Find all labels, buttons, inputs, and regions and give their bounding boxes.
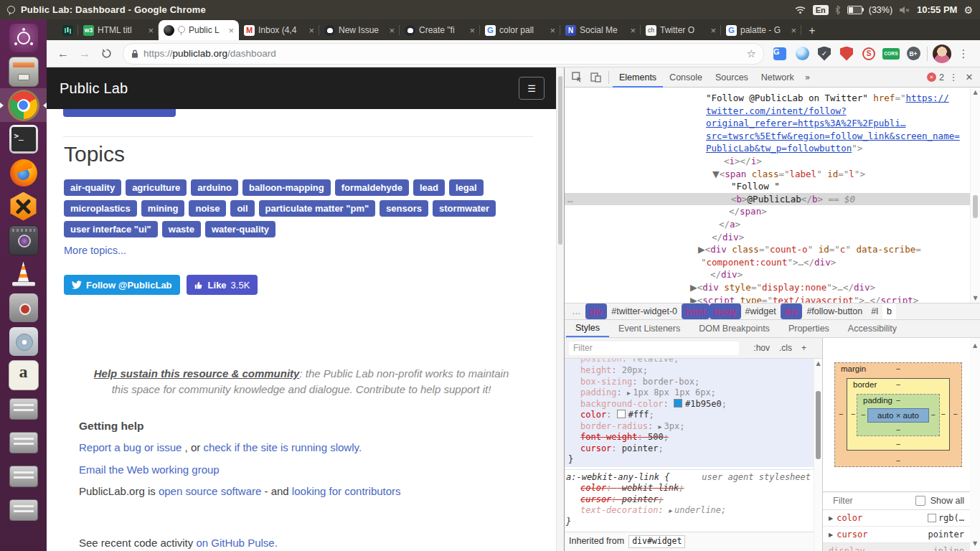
dom-line[interactable]: ▶<div style="display:none">…</div> (565, 281, 970, 294)
expand-arrow-icon[interactable]: ▶ (829, 532, 833, 538)
show-all-checkbox[interactable] (915, 496, 925, 506)
topic-tag[interactable]: arduino (191, 179, 238, 196)
volume-muted-icon[interactable] (899, 6, 910, 14)
site-logo-text[interactable]: Public Lab (60, 80, 128, 97)
dom-line[interactable]: "Follow " (565, 180, 970, 193)
css-line[interactable]: font-weight: 500; (565, 432, 814, 443)
tab-new-issue[interactable]: New Issue× (319, 20, 400, 40)
box-model-content[interactable]: auto × auto (867, 408, 929, 423)
styles-scrollbar[interactable]: ▲ (814, 359, 822, 551)
css-line[interactable]: cursor: pointer; (565, 443, 814, 455)
tab-close-button[interactable]: × (791, 26, 796, 35)
topic-tag[interactable]: lead (413, 179, 445, 196)
css-line[interactable]: box-sizing: border-box; (565, 377, 814, 388)
extension-orb-button[interactable] (793, 45, 811, 62)
css-line[interactable]: color: #fff; (565, 410, 814, 421)
tab-twitter-o[interactable]: chTwitter O× (641, 20, 721, 40)
topic-tag[interactable]: agriculture (126, 179, 187, 196)
devtools-tab-console[interactable]: Console (663, 67, 709, 88)
dock-item-window-stack[interactable] (0, 459, 47, 493)
tab-create-fi[interactable]: Create "fi× (400, 20, 480, 40)
dock-item-file-manager[interactable] (0, 55, 47, 88)
omnibox[interactable]: https://publiclab.org/dashboard ☆ (123, 43, 764, 65)
topic-tag[interactable]: waste (162, 221, 201, 237)
dock-item-media-tool[interactable] (0, 291, 47, 324)
scroll-down-arrow[interactable]: ▼ (971, 295, 980, 301)
facebook-like-button[interactable]: Like 3.5K (187, 275, 258, 295)
topic-tag[interactable]: sensors (380, 200, 428, 217)
dom-line[interactable]: </span> (565, 205, 970, 218)
devtools-menu-button[interactable]: ⋮ (946, 68, 961, 87)
breadcrumb-item[interactable]: body (710, 303, 740, 319)
dock-item-window-stack[interactable] (0, 392, 47, 425)
topic-tag[interactable]: microplastics (64, 200, 137, 217)
breadcrumb-item[interactable]: b (882, 303, 896, 319)
sidebar-tab-event-listeners[interactable]: Event Listeners (609, 320, 689, 337)
dock-item-window-stack[interactable] (0, 493, 47, 527)
css-line[interactable]: background-color: #1b95e0; (565, 399, 814, 410)
primary-button-partial[interactable] (63, 109, 176, 117)
dom-line[interactable]: </a> (565, 218, 970, 231)
tab-palatte-g[interactable]: Gpalatte - G× (721, 20, 801, 40)
sidebar-tab-styles[interactable]: Styles (566, 320, 609, 337)
topic-tag[interactable]: user interface "ui" (64, 221, 158, 237)
scroll-up-arrow[interactable]: ▲ (814, 360, 822, 367)
profile-avatar[interactable] (933, 44, 951, 63)
devtools-tab-network[interactable]: Network (755, 67, 801, 88)
help-link[interactable]: check if the site is running slowly. (203, 441, 362, 453)
tab-close-button[interactable]: × (630, 26, 636, 35)
session-menu-icon[interactable]: ⚙ (963, 4, 973, 16)
page-scrollbar[interactable] (556, 67, 564, 551)
keyboard-layout-indicator[interactable]: En (813, 5, 829, 15)
tab-html-titl[interactable]: w3HTML titl× (78, 20, 159, 40)
extension-bplus-button[interactable]: B+ (905, 45, 922, 62)
css-line[interactable]: } (565, 454, 814, 466)
devtools-close-button[interactable]: ✕ (961, 68, 977, 87)
device-toolbar-button[interactable] (586, 68, 605, 87)
scroll-up-arrow[interactable]: ▲ (971, 89, 980, 95)
dom-line[interactable]: ▶<div class="count-o" id="c" data-scribe… (565, 243, 970, 256)
tab-close-button[interactable]: × (228, 26, 234, 35)
css-line[interactable]: height: 20px; (565, 365, 814, 377)
dom-line[interactable]: src=twsrc%5Etfw&region=follow_link&scree… (565, 130, 970, 143)
browser-menu-button[interactable]: ⋮ (954, 44, 973, 63)
dom-line[interactable]: twitter.com/intent/follow? (565, 105, 970, 118)
css-line[interactable]: position: relative; (565, 359, 814, 365)
dom-line[interactable]: original_referer=https%3A%2F%2Fpubli… (565, 117, 970, 130)
dom-line[interactable]: </div> (565, 231, 970, 244)
reload-button[interactable] (97, 44, 116, 63)
box-model-margin[interactable]: margin − − − − border − − − − (834, 362, 962, 467)
dom-line[interactable]: </div> (565, 268, 970, 281)
breadcrumb-item[interactable]: #follow-button (802, 303, 867, 319)
topic-tag[interactable]: noise (189, 200, 226, 217)
tab-close-button[interactable]: × (308, 26, 314, 35)
dom-line[interactable]: "component:count">…</div> (565, 256, 970, 269)
tab-close-button[interactable]: × (148, 26, 154, 35)
inherited-chip[interactable]: div#widget (628, 535, 685, 548)
devtools-tab-elements[interactable]: Elements (613, 67, 663, 88)
computed-row[interactable]: displayinline (823, 543, 970, 551)
dock-item-terminal[interactable]: >_ (0, 122, 47, 156)
help-link[interactable]: on GitHub Pulse. (196, 537, 277, 549)
sidebar-tab-dom-breakpoints[interactable]: DOM Breakpoints (689, 320, 779, 337)
topic-tag[interactable]: legal (449, 179, 484, 196)
inspect-element-button[interactable] (567, 68, 586, 87)
dock-item-firefox[interactable] (0, 156, 47, 189)
add-style-button[interactable]: + (801, 343, 806, 353)
site-security-lock-icon[interactable] (131, 49, 139, 59)
bookmark-star-button[interactable]: ☆ (747, 47, 756, 60)
devtools-more-tabs[interactable]: » (801, 72, 815, 83)
dom-line[interactable]: …<b>@PublicLab</b> == $0 (565, 193, 970, 206)
topic-tag[interactable]: stormwater (433, 200, 496, 217)
url-text[interactable]: https://publiclab.org/dashboard (143, 48, 276, 59)
tab-color-pall[interactable]: Gcolor pall× (480, 20, 560, 40)
sidebar-tab-accessibility[interactable]: Accessibility (839, 320, 906, 337)
styles-scrollbar-thumb[interactable] (816, 391, 821, 459)
forward-button[interactable]: → (75, 44, 94, 63)
breadcrumb-item[interactable]: html (682, 303, 710, 319)
clock[interactable]: 10:55 PM (917, 4, 957, 15)
new-tab-button[interactable]: + (801, 22, 823, 40)
help-link[interactable]: open source software (159, 485, 261, 497)
tab-close-button[interactable]: × (550, 26, 555, 35)
computed-row[interactable]: ▶cursorpointer (823, 527, 970, 543)
